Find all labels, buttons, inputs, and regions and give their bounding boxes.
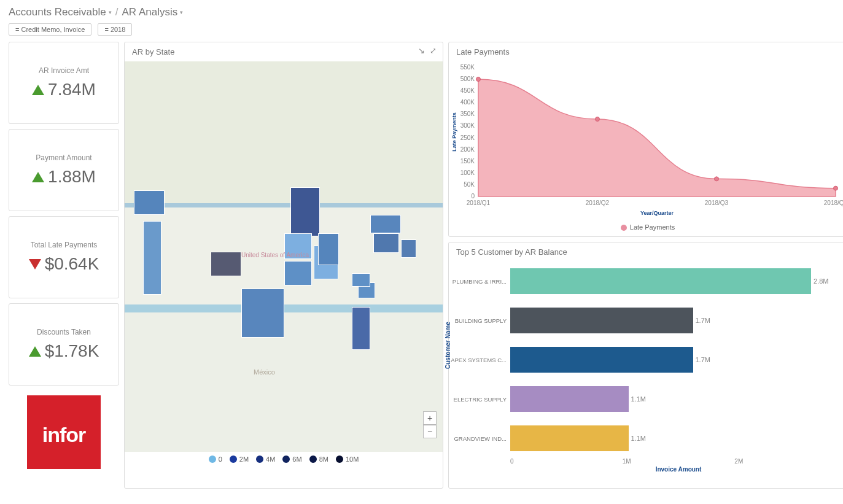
svg-text:2018/Q3: 2018/Q3 [705, 200, 729, 206]
map-legend-item: 2M [230, 456, 249, 463]
bar-category: BUILDING SUPPLY [449, 317, 510, 324]
kpi-late-payments[interactable]: Total Late Payments $0.64K [9, 216, 119, 298]
svg-text:50K: 50K [464, 181, 475, 188]
bar-row: APEX SYSTEMS C... 1.7M [449, 340, 843, 379]
svg-text:450K: 450K [460, 87, 475, 94]
svg-point-17 [596, 117, 600, 122]
svg-text:2018/Q2: 2018/Q2 [586, 200, 610, 206]
breadcrumb-separator: / [115, 6, 118, 18]
svg-text:250K: 250K [460, 134, 475, 141]
bar-row: PLUMBING & IRRI... 2.8M [449, 262, 843, 301]
bar-value-label: 1.1M [631, 395, 646, 403]
map-legend-item: 4M [256, 456, 275, 463]
map-legend: 02M4M6M8M10M [125, 452, 443, 467]
legend-label: Late Payments [630, 223, 675, 231]
bar-row: ELECTRIC SUPPLY 1.1M [449, 379, 843, 419]
breadcrumb-current[interactable]: AR Analysis ▾ [122, 6, 184, 18]
kpi-ar-invoice[interactable]: AR Invoice Amt 7.84M [9, 42, 119, 124]
bar-row: BUILDING SUPPLY 1.7M [449, 301, 843, 340]
svg-text:Late Payments: Late Payments [451, 112, 457, 152]
svg-text:150K: 150K [460, 158, 475, 165]
map-panel: AR by State ↘ ⤢ United States of America [124, 42, 443, 489]
trend-down-icon [29, 259, 41, 269]
kpi-label: Discounts Taken [14, 328, 114, 336]
svg-text:200K: 200K [460, 146, 475, 153]
filter-year[interactable]: = 2018 [98, 23, 132, 36]
bar-category: ELECTRIC SUPPLY [449, 396, 510, 403]
late-payments-title: Late Payments [449, 42, 843, 61]
filter-bar: = Credit Memo, Invoice = 2018 [0, 21, 843, 42]
infor-logo: infor [27, 395, 101, 469]
top5-chart[interactable]: Customer Name PLUMBING & IRRI... 2.8M BU… [449, 262, 843, 476]
bar-value-label: 1.7M [696, 317, 710, 324]
map-legend-item: 10M [336, 456, 359, 463]
legend-dot-icon [621, 225, 627, 231]
logo-text: infor [42, 423, 86, 447]
late-payments-chart[interactable]: 050K100K150K200K250K300K350K400K450K500K… [449, 61, 843, 221]
bar-value-label: 2.8M [814, 277, 828, 285]
top5-title: Top 5 Customer by AR Balance [449, 242, 843, 262]
svg-text:2018/Q1: 2018/Q1 [467, 200, 491, 206]
kpi-label: Payment Amount [14, 153, 114, 162]
kpi-label: Total Late Payments [14, 241, 114, 249]
breadcrumb: Accounts Receivable ▾ / AR Analysis ▾ [0, 0, 843, 21]
kpi-payment-amount[interactable]: Payment Amount 1.88M [9, 129, 119, 211]
late-payments-panel: Late Payments 050K100K150K200K250K300K35… [448, 42, 843, 237]
svg-text:2018/Q4: 2018/Q4 [824, 200, 843, 206]
svg-text:300K: 300K [460, 122, 475, 129]
svg-text:100K: 100K [460, 169, 475, 176]
kpi-discounts[interactable]: Discounts Taken $1.78K [9, 303, 119, 386]
svg-point-16 [476, 77, 481, 82]
caret-down-icon: ▾ [180, 9, 183, 15]
svg-text:500K: 500K [460, 76, 475, 82]
bar-category: PLUMBING & IRRI... [449, 278, 510, 285]
zoom-in-button[interactable]: + [423, 411, 437, 425]
bar-value-label: 1.7M [696, 356, 710, 363]
kpi-value: $0.64K [45, 254, 99, 274]
bar-row: GRANDVIEW IND... 1.1M [449, 419, 843, 458]
trend-up-icon [32, 85, 44, 95]
drill-icon[interactable]: ↘ [418, 46, 425, 55]
breadcrumb-root-label: Accounts Receivable [9, 6, 106, 18]
bar-category: APEX SYSTEMS C... [449, 357, 510, 363]
svg-point-18 [715, 177, 719, 181]
map-body[interactable]: United States of America México + − 02M4… [125, 61, 443, 467]
trend-up-icon [32, 172, 44, 182]
breadcrumb-current-label: AR Analysis [122, 6, 178, 18]
bar-category: GRANDVIEW IND... [449, 435, 510, 442]
map-legend-item: 6M [282, 456, 301, 463]
bar-value-label: 1.1M [631, 435, 646, 442]
svg-text:Year/Quarter: Year/Quarter [640, 210, 674, 216]
map-label-mexico: México [254, 368, 275, 376]
map-legend-item: 8M [309, 456, 328, 463]
top5-customers-panel: Top 5 Customer by AR Balance Customer Na… [448, 242, 843, 489]
bar-xlabel: Invoice Amount [449, 465, 843, 473]
zoom-out-button[interactable]: − [423, 425, 437, 438]
kpi-column: AR Invoice Amt 7.84M Payment Amount 1.88… [9, 42, 119, 489]
map-label-usa: United States of America [241, 252, 309, 258]
kpi-value: $1.78K [45, 341, 99, 361]
expand-icon[interactable]: ⤢ [430, 46, 437, 55]
bar-ylabel: Customer Name [445, 322, 451, 369]
svg-text:0: 0 [471, 193, 475, 200]
svg-point-19 [834, 186, 838, 190]
map-legend-item: 0 [209, 456, 222, 463]
svg-text:350K: 350K [460, 110, 475, 117]
kpi-value: 1.88M [48, 167, 96, 187]
filter-type[interactable]: = Credit Memo, Invoice [9, 23, 91, 36]
trend-up-icon [29, 346, 41, 357]
kpi-label: AR Invoice Amt [14, 66, 114, 75]
svg-text:550K: 550K [460, 64, 475, 71]
svg-text:400K: 400K [460, 99, 475, 106]
breadcrumb-root[interactable]: Accounts Receivable ▾ [9, 6, 112, 18]
caret-down-icon: ▾ [109, 9, 112, 15]
late-payments-legend: Late Payments [449, 221, 843, 233]
kpi-value: 7.84M [48, 80, 96, 99]
map-zoom-controls: + − [423, 411, 437, 438]
map-title: AR by State [125, 42, 443, 61]
bar-xaxis: 01M2M [449, 458, 843, 465]
